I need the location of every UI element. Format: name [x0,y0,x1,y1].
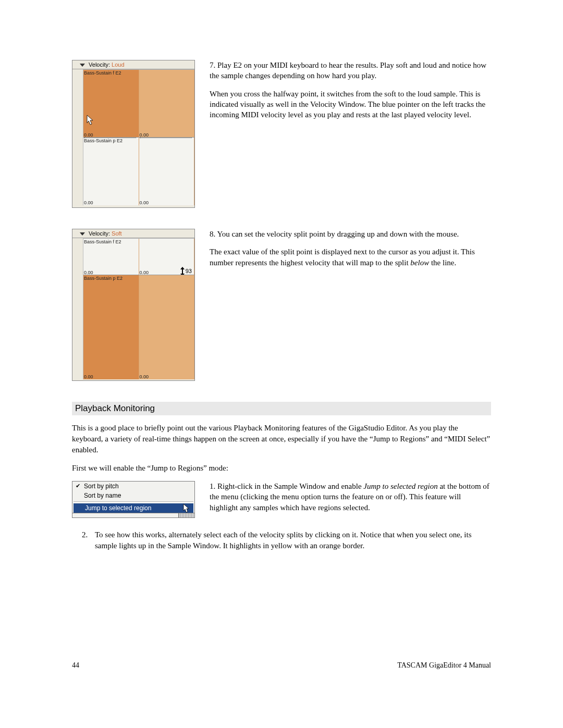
sample-lower-left: Bass-Sustain p E2 0.00 [83,138,139,205]
page-footer: 44 TASCAM GigaEditor 4 Manual [72,661,491,670]
lower-split: Bass-Sustain p E2 0.00 0.00 [83,137,194,205]
velocity-level: Loud [112,61,124,68]
sample-value: 0.00 [140,270,149,275]
sample-value: 0.00 [140,374,149,379]
paragraph: 8. You can set the velocity split point … [210,229,491,239]
sample-label: Bass-Sustain p E2 [84,138,123,143]
upper-split: Bass-Sustain f E2 0.00 0.00 93 [83,239,194,275]
sample-lower-right: 0.00 [139,138,195,205]
context-menu: ✔ Sort by pitch Sort by name Jump to sel… [72,481,195,518]
sample-label: Bass-Sustain f E2 [84,70,121,76]
velocity-figure-soft: Velocity: Soft 96 64 32 Bass-Sustain f E… [72,229,195,381]
velocity-header: Velocity: Loud [72,60,194,69]
paragraph: 1. Right-click in the Sample Window and … [210,481,491,513]
svg-marker-2 [183,504,189,512]
sample-lower-right: 0.00 [139,275,195,379]
step-2: To see how this works, alternately selec… [90,529,491,551]
velocity-header: Velocity: Soft [72,229,194,238]
paragraph: The exact value of the split point is di… [210,246,491,268]
velocity-figure-loud: Velocity: Loud 96 64 32 Bass-Sustain f E… [72,60,195,208]
sample-lower-left: Bass-Sustain p E2 0.00 [83,275,139,379]
section-heading: Playback Monitoring [72,402,491,415]
velocity-title: Velocity: [89,230,110,237]
sample-upper-right: 0.00 [139,70,195,138]
numbered-steps: To see how this works, alternately selec… [72,529,491,551]
paragraph: When you cross the halfway point, it swi… [210,89,491,120]
cursor-icon [183,503,190,513]
sample-value: 0.00 [84,132,93,138]
split-value: 93 [186,268,192,274]
menu-bottom-border [72,513,194,517]
manual-page: Velocity: Loud 96 64 32 Bass-Sustain f E… [0,0,563,728]
svg-marker-0 [87,115,93,125]
page-number: 44 [72,661,79,670]
step-1-row: ✔ Sort by pitch Sort by name Jump to sel… [72,481,491,520]
doc-title: TASCAM GigaEditor 4 Manual [397,661,491,670]
sample-label: Bass-Sustain p E2 [84,276,123,281]
sample-value: 0.00 [84,270,93,275]
velocity-body: 96 64 32 Bass-Sustain f E2 0.00 0.00 [83,238,194,379]
velocity-level: Soft [112,230,122,237]
menu-item-sort-pitch[interactable]: ✔ Sort by pitch [72,482,194,491]
menu-item-sort-name[interactable]: Sort by name [72,491,194,500]
context-menu-figure: ✔ Sort by pitch Sort by name Jump to sel… [72,481,195,518]
sample-value: 0.00 [84,200,93,205]
paragraph: First we will enable the “Jump to Region… [72,463,491,474]
step-8-text: 8. You can set the velocity split point … [210,229,491,275]
sample-value: 0.00 [84,374,93,379]
paragraph: 7. Play E2 on your MIDI keyboard to hear… [210,60,491,81]
menu-item-jump-region[interactable]: Jump to selected region [74,503,193,513]
step-1-text: 1. Right-click in the Sample Window and … [210,481,491,520]
sample-upper-left: Bass-Sustain f E2 0.00 [83,239,139,275]
sample-value: 0.00 [140,200,149,205]
velocity-body: 96 64 32 Bass-Sustain f E2 0.00 [83,69,194,205]
sample-value: 0.00 [140,132,149,138]
sample-upper-left: Bass-Sustain f E2 0.00 [83,70,139,138]
step-8-row: Velocity: Soft 96 64 32 Bass-Sustain f E… [72,229,491,381]
dropdown-icon [80,232,85,236]
lower-split: Bass-Sustain p E2 0.00 0.00 [83,275,194,379]
scrollbar-icon [178,513,194,517]
upper-split: Bass-Sustain f E2 0.00 0.00 [83,70,194,138]
paragraph: This is a good place to briefly point ou… [72,423,491,455]
sample-label: Bass-Sustain f E2 [84,239,121,244]
sample-upper-right: 0.00 93 [139,239,195,275]
menu-separator [74,501,193,502]
dropdown-icon [80,64,85,67]
velocity-title: Velocity: [89,61,110,68]
step-7-row: Velocity: Loud 96 64 32 Bass-Sustain f E… [72,60,491,208]
check-icon: ✔ [76,483,80,489]
step-7-text: 7. Play E2 on your MIDI keyboard to hear… [210,60,491,127]
cursor-icon [87,115,95,126]
